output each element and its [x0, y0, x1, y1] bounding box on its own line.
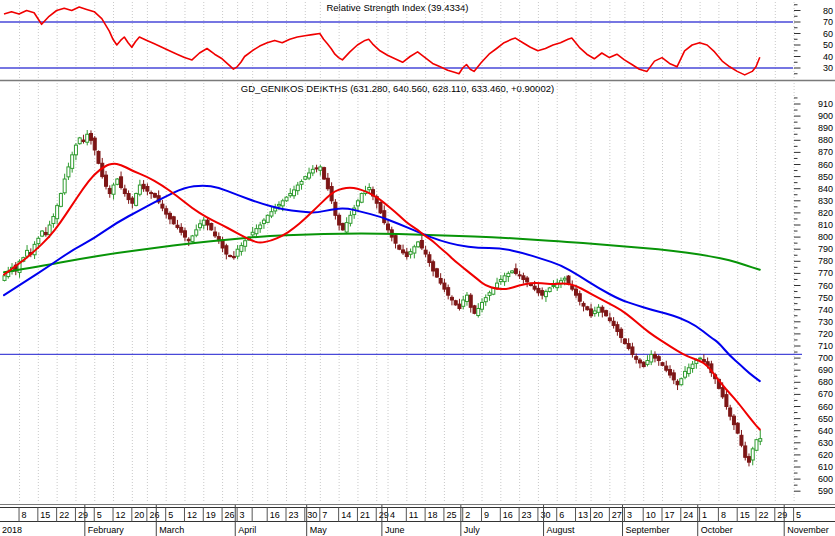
svg-text:690: 690: [818, 365, 833, 375]
svg-text:20: 20: [134, 510, 144, 520]
candlestick-series: [3, 130, 762, 466]
svg-text:12: 12: [187, 510, 197, 520]
svg-text:22: 22: [59, 510, 69, 520]
svg-text:620: 620: [818, 450, 833, 460]
svg-text:July: July: [464, 525, 481, 535]
svg-text:890: 890: [818, 123, 833, 133]
svg-text:10: 10: [646, 510, 656, 520]
svg-text:16: 16: [503, 510, 513, 520]
medium-ma-line: [4, 186, 760, 381]
svg-text:September: September: [626, 525, 670, 535]
svg-text:2: 2: [465, 510, 470, 520]
svg-text:26: 26: [149, 510, 159, 520]
svg-text:11: 11: [409, 510, 418, 520]
svg-text:810: 810: [818, 220, 833, 230]
svg-text:February: February: [88, 525, 125, 535]
svg-text:29: 29: [78, 510, 88, 520]
rsi-axis: 807060504030: [794, 5, 833, 74]
svg-text:29: 29: [777, 510, 787, 520]
svg-text:8: 8: [22, 510, 27, 520]
svg-text:24: 24: [683, 510, 693, 520]
svg-text:830: 830: [818, 196, 833, 206]
svg-text:October: October: [701, 525, 733, 535]
svg-text:600: 600: [818, 474, 833, 484]
date-axis: 815222920185122026February5121926March31…: [0, 505, 835, 536]
svg-text:18: 18: [428, 510, 438, 520]
price-chart-canvas[interactable]: 8070605040309109008908808708608508408308…: [0, 0, 835, 536]
svg-text:1: 1: [702, 510, 707, 520]
svg-text:30: 30: [307, 510, 317, 520]
svg-text:7: 7: [322, 510, 327, 520]
svg-text:610: 610: [818, 462, 833, 472]
price-axis: 9109008908808708608508408308208108007907…: [794, 98, 833, 496]
svg-text:700: 700: [818, 353, 833, 363]
svg-text:16: 16: [270, 510, 280, 520]
svg-text:14: 14: [341, 510, 351, 520]
svg-text:850: 850: [818, 172, 833, 182]
svg-text:June: June: [385, 525, 405, 535]
svg-text:790: 790: [818, 244, 833, 254]
svg-text:750: 750: [818, 293, 833, 303]
svg-text:80: 80: [823, 6, 833, 16]
svg-text:730: 730: [818, 317, 833, 327]
svg-text:710: 710: [818, 341, 833, 351]
svg-text:May: May: [310, 525, 328, 535]
svg-text:4: 4: [390, 510, 395, 520]
svg-text:670: 670: [818, 389, 833, 399]
svg-text:March: March: [159, 525, 184, 535]
svg-text:870: 870: [818, 147, 833, 157]
rsi-level-lines: [0, 22, 793, 68]
svg-text:22: 22: [759, 510, 769, 520]
svg-text:780: 780: [818, 256, 833, 266]
svg-text:650: 650: [818, 414, 833, 424]
panel-separator: [0, 81, 835, 505]
svg-text:630: 630: [818, 438, 833, 448]
svg-text:21: 21: [360, 510, 370, 520]
svg-text:25: 25: [446, 510, 456, 520]
svg-text:November: November: [787, 525, 829, 535]
svg-text:60: 60: [823, 29, 833, 39]
svg-text:5: 5: [796, 510, 801, 520]
svg-text:5: 5: [97, 510, 102, 520]
svg-text:640: 640: [818, 426, 833, 436]
svg-text:9: 9: [484, 510, 489, 520]
svg-text:840: 840: [818, 184, 833, 194]
rsi-line: [4, 7, 760, 75]
svg-text:900: 900: [818, 111, 833, 121]
svg-text:2018: 2018: [2, 525, 22, 535]
svg-text:770: 770: [818, 268, 833, 278]
svg-text:720: 720: [818, 329, 833, 339]
svg-text:30: 30: [823, 63, 833, 73]
svg-text:13: 13: [578, 510, 588, 520]
svg-text:660: 660: [818, 402, 833, 412]
svg-text:40: 40: [823, 52, 833, 62]
long-ma-line: [4, 234, 760, 273]
svg-text:590: 590: [818, 486, 833, 496]
svg-text:3: 3: [240, 510, 245, 520]
svg-text:April: April: [238, 525, 256, 535]
svg-text:6: 6: [559, 510, 564, 520]
svg-text:23: 23: [522, 510, 532, 520]
svg-text:19: 19: [206, 510, 216, 520]
svg-text:820: 820: [818, 208, 833, 218]
svg-text:27: 27: [612, 510, 622, 520]
svg-text:30: 30: [540, 510, 550, 520]
svg-text:20: 20: [593, 510, 603, 520]
svg-text:15: 15: [40, 510, 50, 520]
svg-text:680: 680: [818, 377, 833, 387]
svg-text:26: 26: [225, 510, 235, 520]
svg-text:12: 12: [116, 510, 126, 520]
svg-text:880: 880: [818, 135, 833, 145]
svg-text:760: 760: [818, 281, 833, 291]
svg-text:800: 800: [818, 232, 833, 242]
svg-text:17: 17: [665, 510, 675, 520]
svg-text:910: 910: [818, 99, 833, 109]
svg-text:15: 15: [740, 510, 750, 520]
svg-text:740: 740: [818, 305, 833, 315]
chart-window: Relative Strength Index (39.4334) GD_GEN…: [0, 0, 835, 536]
svg-text:August: August: [547, 525, 576, 535]
svg-text:3: 3: [627, 510, 632, 520]
svg-text:5: 5: [168, 510, 173, 520]
svg-text:70: 70: [823, 17, 833, 27]
svg-text:8: 8: [721, 510, 726, 520]
